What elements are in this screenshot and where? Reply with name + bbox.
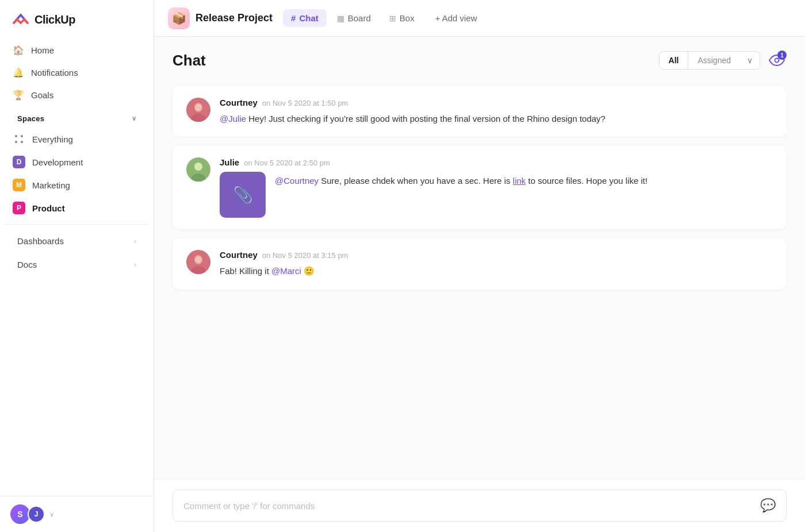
svg-point-2 (15, 141, 17, 143)
sidebar-section-divider (5, 224, 149, 225)
project-header: 📦 Release Project (168, 7, 273, 29)
avatar-julie (186, 157, 210, 182)
message-2-text-1: Sure, please chdek when you have a sec. … (321, 176, 513, 186)
message-1-timestamp: on Nov 5 2020 at 1:50 pm (262, 99, 348, 107)
home-icon: 🏠 (13, 45, 24, 56)
sidebar-item-marketing-label: Marketing (32, 180, 70, 190)
add-view-label: + Add view (435, 13, 477, 23)
message-3-author: Courtney (220, 250, 258, 260)
avatar-courtney-2 (186, 250, 210, 274)
watch-button[interactable]: 1 (767, 51, 787, 70)
avatar-user-j[interactable]: J (28, 506, 45, 523)
message-3: Courtney on Nov 5 2020 at 3:15 pm Fab! K… (172, 238, 787, 289)
message-1-author: Courtney (220, 98, 258, 107)
box-icon: ⊞ (389, 14, 396, 23)
svg-point-0 (15, 135, 17, 137)
message-2-text-2: to source files. Hope you like it! (528, 176, 647, 186)
sidebar-item-marketing[interactable]: M Marketing (5, 174, 149, 196)
sidebar-item-notifications-label: Notifications (31, 68, 78, 78)
sidebar-item-everything[interactable]: Everything (5, 128, 149, 151)
sidebar-item-docs[interactable]: Docs › (5, 253, 149, 276)
message-3-header: Courtney on Nov 5 2020 at 3:15 pm (220, 250, 773, 260)
filter-assigned-button[interactable]: Assigned (688, 52, 740, 69)
hash-icon: # (291, 13, 296, 23)
message-2: Julie on Nov 5 2020 at 2:50 pm 📎 @Courtn… (172, 146, 787, 229)
trophy-icon: 🏆 (13, 90, 24, 101)
spaces-section-header[interactable]: Spaces ∨ (5, 106, 149, 128)
speech-bubble-icon: 💬 (760, 498, 776, 513)
comment-actions: 💬 (760, 498, 776, 513)
comment-input-wrap[interactable]: Comment or type '/' for commands 💬 (172, 489, 787, 522)
spaces-chevron-icon: ∨ (132, 115, 136, 122)
comment-placeholder: Comment or type '/' for commands (183, 501, 760, 511)
julie-avatar-image (186, 157, 210, 182)
docs-chevron-icon: › (134, 260, 136, 269)
chat-title: Chat (172, 52, 206, 70)
message-2-author: Julie (220, 157, 239, 167)
sidebar-footer: S J ∨ (0, 496, 154, 532)
message-1-text: Hey! Just checking if you're still good … (248, 114, 605, 124)
message-2-attachment-row: 📎 @Courtney Sure, please chdek when you … (220, 172, 773, 218)
footer-chevron-icon: ∨ (49, 511, 54, 518)
svg-point-10 (194, 163, 202, 171)
tab-box-label: Box (400, 13, 415, 23)
view-tabs: # Chat ▦ Board ⊞ Box + Add view (283, 9, 485, 27)
app-name: ClickUp (34, 13, 75, 26)
message-3-timestamp: on Nov 5 2020 at 3:15 pm (262, 251, 348, 260)
message-1-header: Courtney on Nov 5 2020 at 1:50 pm (220, 98, 773, 107)
sidebar-item-home[interactable]: 🏠 Home (5, 39, 149, 61)
dashboards-label: Dashboards (17, 236, 64, 246)
svg-point-4 (775, 59, 779, 63)
watch-badge-count: 1 (777, 51, 787, 60)
mention-courtney[interactable]: @Courtney (275, 176, 319, 186)
sidebar: ClickUp 🏠 Home 🔔 Notifications 🏆 Goals S… (0, 0, 154, 532)
attachment-thumbnail[interactable]: 📎 (220, 172, 266, 218)
sidebar-item-everything-label: Everything (32, 134, 73, 144)
courtney-avatar-image (186, 98, 210, 122)
spaces-label: Spaces (17, 114, 44, 123)
clickup-logo-icon (12, 10, 30, 29)
tab-box[interactable]: ⊞ Box (381, 9, 423, 27)
avatar-user-s[interactable]: S (10, 504, 30, 524)
filter-all-button[interactable]: All (660, 52, 689, 69)
chat-header: Chat All Assigned ∨ 1 (154, 37, 805, 79)
message-3-body: Fab! Killing it @Marci 🙂 (220, 264, 773, 277)
tab-chat[interactable]: # Chat (283, 9, 327, 27)
bell-icon: 🔔 (13, 67, 24, 78)
project-title: Release Project (195, 12, 273, 24)
sidebar-navigation: 🏠 Home 🔔 Notifications 🏆 Goals Spaces ∨ (0, 39, 154, 496)
chat-header-controls: All Assigned ∨ 1 (659, 51, 787, 70)
filter-dropdown-button[interactable]: ∨ (740, 52, 760, 69)
chevron-down-icon: ∨ (747, 56, 753, 65)
sidebar-item-development[interactable]: D Development (5, 151, 149, 174)
message-2-body: @Courtney Sure, please chdek when you ha… (275, 172, 647, 187)
messages-list: Courtney on Nov 5 2020 at 1:50 pm @Julie… (154, 79, 805, 479)
message-3-text-1: Fab! Killing it (220, 266, 271, 276)
tab-chat-label: Chat (299, 13, 318, 23)
sidebar-item-home-label: Home (31, 45, 54, 55)
sidebar-item-notifications[interactable]: 🔔 Notifications (5, 61, 149, 84)
sidebar-item-development-label: Development (32, 157, 83, 167)
mention-marci[interactable]: @Marci (271, 266, 301, 276)
tab-board-label: Board (348, 13, 371, 23)
project-icon: 📦 (168, 7, 190, 29)
message-3-content: Courtney on Nov 5 2020 at 3:15 pm Fab! K… (220, 250, 773, 277)
source-link[interactable]: link (513, 176, 526, 186)
sidebar-item-goals-label: Goals (31, 90, 53, 100)
everything-icon (13, 133, 25, 145)
message-1: Courtney on Nov 5 2020 at 1:50 pm @Julie… (172, 86, 787, 137)
filter-group: All Assigned ∨ (659, 51, 760, 70)
courtney-avatar-image-2 (186, 250, 210, 274)
logo-area[interactable]: ClickUp (0, 0, 154, 39)
message-1-content: Courtney on Nov 5 2020 at 1:50 pm @Julie… (220, 98, 773, 125)
sidebar-item-goals[interactable]: 🏆 Goals (5, 84, 149, 106)
add-view-button[interactable]: + Add view (427, 9, 485, 27)
mention-julie[interactable]: @Julie (220, 114, 246, 124)
svg-point-1 (21, 135, 23, 137)
sidebar-item-dashboards[interactable]: Dashboards › (5, 229, 149, 253)
svg-point-8 (195, 104, 202, 111)
paperclip-icon: 📎 (233, 186, 253, 205)
message-2-timestamp: on Nov 5 2020 at 2:50 pm (244, 159, 330, 167)
tab-board[interactable]: ▦ Board (329, 9, 379, 27)
sidebar-item-product[interactable]: P Product (5, 196, 149, 219)
